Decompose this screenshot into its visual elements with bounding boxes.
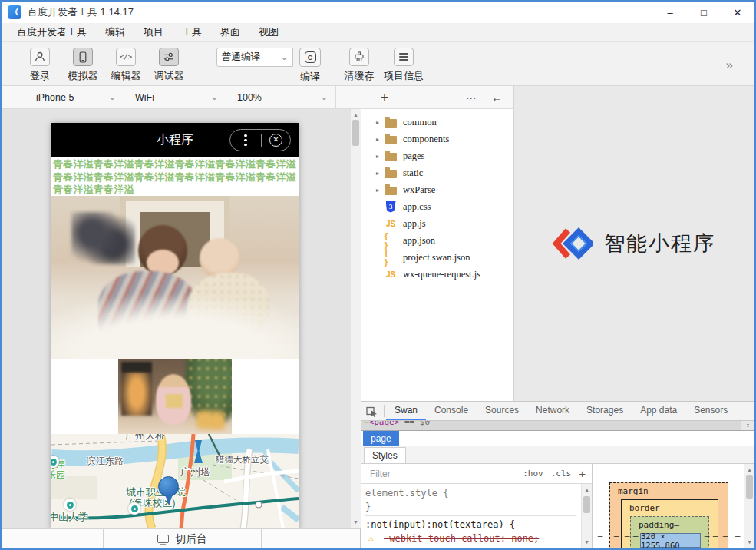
simulator-scrollbar[interactable]: ▲ ▼ bbox=[350, 109, 361, 528]
file-tree-item-project.swan.json[interactable]: { }project.swan.json bbox=[361, 249, 513, 266]
scroll-down-icon[interactable]: ▼ bbox=[744, 538, 754, 547]
simulator-toggle-button[interactable]: 模拟器 bbox=[61, 48, 104, 83]
marquee-text: 青春洋溢青春洋溢青春洋溢青春洋溢青春洋溢青春洋溢青春洋溢青春洋溢青春洋溢青春洋溢… bbox=[51, 157, 299, 196]
login-button[interactable]: 登录 bbox=[18, 48, 61, 83]
devtools-tab-sources[interactable]: Sources bbox=[477, 402, 527, 420]
inspect-element-button[interactable] bbox=[361, 402, 382, 420]
file-tree-item-components[interactable]: ▸components bbox=[361, 131, 513, 147]
folder-icon bbox=[384, 150, 398, 162]
compile-button[interactable]: C bbox=[299, 48, 321, 67]
menu-item[interactable]: 项目 bbox=[134, 25, 173, 39]
project-info-button[interactable]: 项目信息 bbox=[382, 48, 425, 83]
menu-dots-icon[interactable] bbox=[230, 134, 261, 146]
menu-item[interactable]: 工具 bbox=[173, 25, 211, 39]
file-tree-item-wx-queue-request.js[interactable]: JSwx-queue-request.js bbox=[361, 266, 513, 283]
styles-scrollbar[interactable]: ▲ ▼ bbox=[581, 484, 592, 548]
zoom-value: 100% bbox=[237, 92, 262, 103]
toolbar-more-button[interactable]: » bbox=[726, 58, 733, 73]
scroll-up-icon[interactable]: ▲ bbox=[744, 466, 754, 475]
scroll-down-icon[interactable]: ▼ bbox=[351, 518, 361, 527]
toggle-hover-state[interactable]: :hov bbox=[523, 469, 543, 479]
scrollbar-thumb[interactable] bbox=[583, 496, 590, 513]
folder-arrow-icon[interactable]: ▸ bbox=[371, 136, 384, 143]
not-input-rule[interactable]: :not(input):not(textarea) { ⚠-webkit-tou… bbox=[365, 518, 576, 548]
devtools-tab-console[interactable]: Console bbox=[426, 402, 477, 420]
file-tree-item-app.js[interactable]: JSapp.js bbox=[361, 215, 513, 232]
breadcrumb-page[interactable]: page bbox=[363, 431, 399, 446]
file-tree-item-static[interactable]: ▸static bbox=[361, 164, 513, 181]
poi-icon bbox=[128, 502, 140, 515]
scroll-up-icon[interactable]: ▲ bbox=[351, 111, 361, 120]
js-file-icon: JS bbox=[384, 268, 398, 280]
clear-cache-button[interactable]: 清缓存 bbox=[338, 48, 381, 83]
menu-item[interactable]: 界面 bbox=[211, 25, 249, 39]
inline-style-rule[interactable]: element.style { } bbox=[365, 486, 576, 516]
editor-toggle-button[interactable]: </> 编辑器 bbox=[104, 48, 147, 83]
devtools-tab-sensors[interactable]: Sensors bbox=[685, 402, 736, 420]
minimize-button[interactable]: – bbox=[653, 2, 687, 23]
add-file-button[interactable]: + bbox=[381, 90, 388, 105]
folder-arrow-icon[interactable]: ▸ bbox=[371, 170, 384, 177]
devtools-tab-app-data[interactable]: App data bbox=[632, 402, 685, 420]
styles-filter-input[interactable] bbox=[368, 468, 515, 480]
compile-mode-select[interactable]: 普通编译 ⌄ bbox=[216, 48, 293, 67]
new-style-rule-button[interactable]: + bbox=[579, 467, 586, 480]
file-name: common bbox=[403, 117, 437, 128]
file-panel-header: + ⋯ ← bbox=[361, 86, 513, 109]
scroll-up-icon[interactable]: ▲ bbox=[582, 485, 592, 495]
menu-item[interactable]: 百度开发者工具 bbox=[8, 25, 96, 39]
file-tree-item-pages[interactable]: ▸pages bbox=[361, 147, 513, 164]
css-property-disabled[interactable]: ⚠-webkit-touch-callout: none; bbox=[365, 532, 576, 545]
photo-children[interactable] bbox=[51, 196, 299, 359]
map-view[interactable]: 广州大桥滨江东路广州塔猎德大桥立交城市职业学院(海珠校区)中山大学海岸乐园 bbox=[51, 434, 299, 528]
scroll-updown-icon[interactable]: ↕ bbox=[741, 421, 754, 430]
folder-arrow-icon[interactable]: ▸ bbox=[371, 153, 384, 160]
js-file-icon: JS bbox=[384, 217, 398, 230]
devtools-tab-storages[interactable]: Storages bbox=[578, 402, 632, 420]
box-model-margin[interactable]: margin– border– padding– 320 × 1255.860 bbox=[609, 482, 728, 548]
switch-background-button[interactable]: 切后台 bbox=[104, 529, 261, 548]
zoom-select[interactable]: 100% ⌄ bbox=[226, 86, 336, 108]
box-model-border[interactable]: border– padding– 320 × 1255.860 bbox=[621, 499, 718, 548]
dom-tree-line[interactable]: ⋯<page> == $0 ↕ bbox=[361, 421, 754, 431]
box-model-scrollbar[interactable]: ▲ ▼ bbox=[744, 464, 754, 548]
close-button[interactable]: ✕ bbox=[721, 2, 754, 23]
toggle-class-editor[interactable]: .cls bbox=[551, 469, 572, 479]
photo-christmas-girl[interactable] bbox=[118, 359, 232, 434]
network-select[interactable]: WiFi ⌄ bbox=[124, 86, 226, 108]
file-tree-item-app.json[interactable]: { }app.json bbox=[361, 232, 513, 249]
file-tree-item-common[interactable]: ▸common bbox=[361, 114, 513, 131]
folder-icon bbox=[384, 116, 398, 128]
miniapp-close-button[interactable]: ✕ bbox=[262, 134, 290, 147]
scrollbar-thumb[interactable] bbox=[746, 475, 753, 499]
debugger-toggle-button[interactable]: 调试器 bbox=[147, 48, 190, 83]
device-select[interactable]: iPhone 5 ⌄ bbox=[25, 86, 124, 108]
box-model-padding[interactable]: padding– 320 × 1255.860 bbox=[630, 516, 709, 548]
file-tree-item-wxParse[interactable]: ▸wxParse bbox=[361, 181, 513, 198]
maximize-button[interactable]: □ bbox=[687, 2, 721, 23]
more-options-icon[interactable]: ⋯ bbox=[466, 91, 477, 104]
file-tree-item-app.css[interactable]: 3app.css bbox=[361, 198, 513, 215]
folder-arrow-icon[interactable]: ▸ bbox=[371, 119, 384, 126]
file-name: wxParse bbox=[403, 184, 435, 196]
simulator-viewport: 小程序 ✕ 青春洋溢青春洋溢青春洋溢青春洋溢青春洋溢青春洋溢青春洋溢青春洋溢青春… bbox=[2, 109, 361, 528]
devtools-tab-swan[interactable]: Swan bbox=[386, 402, 426, 420]
devtools-tab-network[interactable]: Network bbox=[527, 402, 578, 420]
tab-styles[interactable]: Styles bbox=[364, 447, 406, 463]
css-property-disabled[interactable]: -webkit-user-select: none; bbox=[365, 545, 576, 548]
rule-selector: :not(input):not(textarea) { bbox=[365, 518, 576, 532]
scroll-down-icon[interactable]: ▼ bbox=[582, 538, 592, 547]
app-window: 《 百度开发者工具 1.14.17 – □ ✕ 百度开发者工具编辑项目工具界面视… bbox=[0, 0, 756, 550]
styles-pane: :hov .cls + element.style { } bbox=[361, 464, 593, 548]
menu-item[interactable]: 视图 bbox=[249, 25, 288, 39]
scrollbar-thumb[interactable] bbox=[352, 120, 359, 146]
file-name: components bbox=[403, 134, 449, 145]
collapse-panel-icon[interactable]: ← bbox=[491, 91, 503, 104]
box-model-content[interactable]: 320 × 1255.860 bbox=[640, 533, 701, 548]
devtools-tabs: SwanConsoleSourcesNetworkStoragesApp dat… bbox=[386, 402, 736, 420]
network-value: WiFi bbox=[135, 92, 154, 103]
folder-arrow-icon[interactable]: ▸ bbox=[371, 187, 384, 194]
chevron-down-icon: ⌄ bbox=[281, 52, 288, 62]
menu-item[interactable]: 编辑 bbox=[96, 25, 134, 39]
styles-filter-row: :hov .cls + bbox=[361, 464, 592, 484]
